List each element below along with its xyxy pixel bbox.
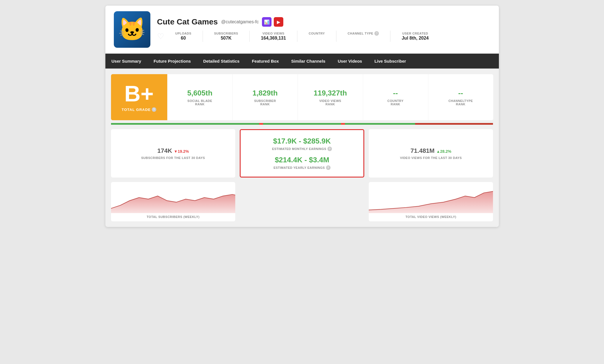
channel-type-stat: CHANNEL TYPE ?	[348, 31, 379, 41]
video-views-label: VIDEO VIEWS	[263, 32, 284, 35]
channel-name-row: Cute Cat Games @cutecatgames-fc 📊 ▶	[157, 17, 490, 27]
country-value	[316, 36, 317, 41]
nav-item-user-videos[interactable]: User Videos	[332, 54, 368, 69]
subscribers-chart-card: TOTAL SUBSCRIBERS (WEEKLY)	[111, 182, 236, 221]
subscribers-30-change: ▼19.2%	[174, 149, 189, 154]
country-stat: COUNTRY	[309, 32, 325, 41]
earnings-card: $17.9K - $285.9K ESTIMATED MONTHLY EARNI…	[240, 129, 364, 178]
channel-stats-row: ♡ UPLOADS 60 SUBSCRIBERS 507K VIDEO VIEW…	[157, 31, 490, 42]
grade-box: B+ TOTAL GRADE ?	[111, 74, 167, 120]
progress-bar	[111, 123, 493, 125]
chart-center-placeholder	[240, 182, 364, 221]
video-views-rank-value: 119,327th	[314, 89, 347, 97]
monthly-earnings-block: $17.9K - $285.9K ESTIMATED MONTHLY EARNI…	[272, 137, 332, 151]
progress-seg-5	[341, 123, 345, 125]
progress-seg-1	[111, 123, 189, 125]
socialblade-icon-btn[interactable]: 📊	[262, 17, 272, 27]
country-label: COUNTRY	[309, 32, 325, 35]
country-rank-item: -- COUNTRYRANK	[363, 74, 428, 120]
channel-info: Cute Cat Games @cutecatgames-fc 📊 ▶ ♡ UP…	[157, 17, 490, 42]
yearly-earnings-value: $214.4K - $3.4M	[273, 156, 331, 164]
stats-30-day-row: 174K ▼19.2% SUBSCRIBERS FOR THE LAST 30 …	[111, 129, 493, 178]
page-wrapper: 🐱 Cute Cat Games @cutecatgames-fc 📊 ▶ ♡	[105, 6, 499, 227]
channeltype-rank-label: CHANNELTYPERANK	[448, 99, 473, 106]
monthly-earnings-label: ESTIMATED MONTHLY EARNINGS ?	[272, 147, 332, 151]
progress-seg-2	[189, 123, 259, 125]
stat-divider-3	[297, 31, 297, 42]
video-views-stat: VIDEO VIEWS 164,369,131	[261, 32, 286, 41]
uploads-value: 60	[181, 36, 186, 41]
grade-help-icon[interactable]: ?	[152, 107, 156, 112]
channel-handle: @cutecatgames-fc	[221, 19, 259, 24]
video-views-chart-label: TOTAL VIDEO VIEWS (WEEKLY)	[369, 215, 493, 219]
channel-icons: 📊 ▶	[262, 17, 283, 27]
channel-type-label: CHANNEL TYPE	[348, 32, 373, 35]
video-views-chart-card: TOTAL VIDEO VIEWS (WEEKLY)	[369, 182, 493, 221]
nav-item-detailed-statistics[interactable]: Detailed Statistics	[197, 54, 246, 69]
youtube-icon-btn[interactable]: ▶	[274, 17, 283, 27]
subscribers-chart-label: TOTAL SUBSCRIBERS (WEEKLY)	[111, 215, 236, 219]
video-views-30-value-row: 71.481M ▲28.2%	[411, 147, 451, 154]
uploads-stat: UPLOADS 60	[175, 32, 191, 41]
video-icon: ▶	[277, 19, 280, 25]
channeltype-rank-value: --	[458, 89, 463, 97]
subscriber-rank-value: 1,829th	[252, 89, 278, 97]
progress-seg-6	[345, 123, 415, 125]
user-created-label: USER CREATED	[402, 32, 428, 35]
stat-divider-5	[390, 31, 390, 42]
subscribers-label: SUBSCRIBERS	[214, 32, 238, 35]
nav-item-future-projections[interactable]: Future Projections	[147, 54, 197, 69]
progress-seg-4	[263, 123, 341, 125]
navigation-bar: User Summary Future Projections Detailed…	[105, 54, 499, 69]
country-rank-value: --	[393, 89, 398, 97]
main-content: B+ TOTAL GRADE ? 5,605th SOCIAL BLADERAN…	[105, 69, 499, 227]
charts-row: TOTAL SUBSCRIBERS (WEEKLY) TOTAL VIDE	[111, 182, 493, 221]
user-created-stat: USER CREATED Jul 8th, 2024	[402, 32, 429, 41]
stat-divider-1	[203, 31, 203, 42]
progress-seg-3	[259, 123, 263, 125]
video-views-30-label: VIDEO VIEWS FOR THE LAST 30 DAYS	[400, 156, 462, 160]
video-views-chart-svg	[369, 182, 493, 213]
yearly-earnings-label: ESTIMATED YEARLY EARNINGS ?	[273, 165, 331, 170]
channel-avatar: 🐱	[114, 11, 150, 48]
socialblade-rank-label: SOCIAL BLADERANK	[187, 99, 212, 106]
rank-items: 5,605th SOCIAL BLADERANK 1,829th SUBSCRI…	[167, 74, 493, 120]
rank-row: B+ TOTAL GRADE ? 5,605th SOCIAL BLADERAN…	[111, 74, 493, 120]
channel-type-value	[363, 36, 364, 41]
nav-item-live-subscriber[interactable]: Live Subscriber	[368, 54, 412, 69]
channel-type-help-icon[interactable]: ?	[374, 31, 379, 36]
bar-chart-icon: 📊	[264, 19, 270, 25]
socialblade-rank-item: 5,605th SOCIAL BLADERANK	[167, 74, 232, 120]
grade-label: TOTAL GRADE ?	[122, 107, 156, 112]
nav-item-similar-channels[interactable]: Similar Channels	[285, 54, 332, 69]
channeltype-rank-item: -- CHANNELTYPERANK	[428, 74, 493, 120]
progress-seg-7	[415, 123, 493, 125]
video-views-30-change: ▲28.2%	[436, 149, 451, 154]
channel-header: 🐱 Cute Cat Games @cutecatgames-fc 📊 ▶ ♡	[105, 6, 499, 54]
avatar-container: 🐱	[114, 11, 150, 48]
monthly-earnings-help-icon[interactable]: ?	[327, 147, 332, 151]
stat-divider-4	[336, 31, 336, 42]
video-views-rank-label: VIDEO VIEWSRANK	[319, 99, 341, 106]
subscribers-30-card: 174K ▼19.2% SUBSCRIBERS FOR THE LAST 30 …	[111, 129, 236, 178]
subscribers-30-label: SUBSCRIBERS FOR THE LAST 30 DAYS	[141, 156, 205, 160]
yearly-earnings-help-icon[interactable]: ?	[326, 165, 331, 170]
nav-item-user-summary[interactable]: User Summary	[105, 54, 148, 69]
stat-divider-2	[249, 31, 250, 42]
yearly-earnings-block: $214.4K - $3.4M ESTIMATED YEARLY EARNING…	[273, 156, 331, 170]
favorite-heart-icon[interactable]: ♡	[157, 32, 164, 41]
subscriber-rank-label: SUBSCRIBERRANK	[254, 99, 276, 106]
subscribers-value: 507K	[221, 36, 231, 41]
grade-letter: B+	[124, 83, 154, 105]
channel-name: Cute Cat Games	[157, 17, 218, 26]
video-views-30-card: 71.481M ▲28.2% VIDEO VIEWS FOR THE LAST …	[369, 129, 493, 178]
country-rank-label: COUNTRYRANK	[387, 99, 403, 106]
user-created-value: Jul 8th, 2024	[402, 36, 429, 41]
subscribers-30-value-row: 174K ▼19.2%	[157, 147, 189, 154]
video-views-value: 164,369,131	[261, 36, 286, 41]
channel-type-label-row: CHANNEL TYPE ?	[348, 31, 379, 36]
subscribers-stat: SUBSCRIBERS 507K	[214, 32, 238, 41]
nav-item-featured-box[interactable]: Featured Box	[246, 54, 285, 69]
avatar-emoji: 🐱	[118, 18, 146, 41]
subscribers-30-value: 174K	[157, 147, 172, 154]
